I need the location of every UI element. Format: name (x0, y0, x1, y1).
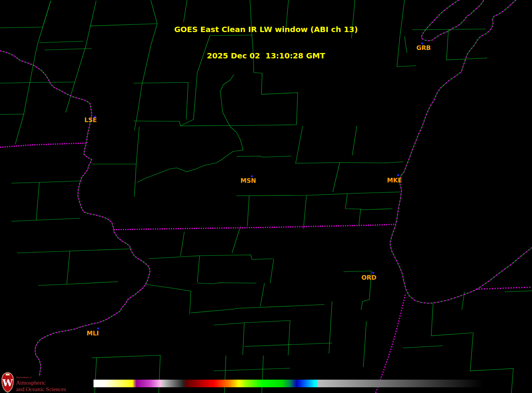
county-boundary-line (134, 82, 188, 119)
station-label-LSE: LSE (84, 116, 97, 124)
station-label-MLI: MLI (87, 330, 99, 337)
county-boundary-line (137, 74, 243, 182)
county-boundary-line (95, 358, 97, 393)
satellite-image-display: GRBLSEMSNMKEORDMLI GOES East Clean IR LW… (0, 0, 532, 393)
mississippi-river-border (0, 51, 150, 376)
county-boundary-line (345, 193, 361, 226)
county-boundary-line (181, 119, 193, 126)
county-boundary-line (244, 343, 332, 346)
county-boundary-line (149, 255, 274, 259)
mississippi-river-border-underlay (0, 51, 150, 376)
station-marker-ORD (372, 272, 374, 274)
mn-ia-border (0, 143, 86, 147)
wi-il-border (114, 224, 394, 230)
county-boundary-line (363, 321, 366, 367)
uw-crest-icon: W (1, 372, 14, 393)
county-boundary-line (288, 321, 290, 355)
county-boundary-line (303, 195, 306, 229)
county-boundary-line (38, 282, 118, 285)
uw-aos-logo: W Department of Atmospheric and Oceanic … (1, 372, 66, 393)
ir-temperature-colorbar (94, 380, 483, 387)
station-label-MSN: MSN (240, 177, 256, 184)
county-boundary-line (198, 283, 256, 284)
station-ORD: ORD (361, 272, 376, 282)
image-title-line2: 2025 Dec 02 13:10:28 GMT (0, 52, 532, 60)
station-MLI: MLI (87, 328, 99, 337)
county-boundary-line (295, 162, 403, 163)
county-boundary-line (333, 163, 340, 192)
county-boundary-line (36, 182, 39, 220)
county-boundary-line (92, 355, 160, 393)
county-boundary-line (403, 346, 443, 348)
county-boundary-line (0, 82, 75, 83)
county-boundary-line (11, 181, 82, 183)
county-boundary-line (237, 192, 400, 196)
county-boundary-line (224, 356, 226, 393)
county-boundary-line (11, 218, 80, 221)
county-boundary-line (134, 127, 139, 196)
station-MSN: MSN (240, 176, 256, 185)
county-boundary-line (134, 121, 181, 126)
station-label-ORD: ORD (361, 274, 376, 281)
county-boundary-line (262, 356, 263, 393)
county-boundary-line (329, 301, 332, 353)
county-boundary-line (197, 256, 200, 282)
county-boundary-line (431, 303, 473, 336)
in-mi-border (476, 287, 532, 289)
logo-line2: and Oceanic Sciences (16, 387, 66, 392)
image-title: GOES East Clean IR LW window (ABI ch 13)… (0, 8, 532, 78)
image-title-line1: GOES East Clean IR LW window (ABI ch 13) (0, 25, 532, 34)
county-boundary-line (67, 251, 70, 284)
county-boundary-line (191, 304, 324, 313)
county-boundary-line (361, 209, 392, 210)
county-boundary-line (232, 226, 240, 253)
county-boundary-line (145, 284, 191, 314)
station-MKE: MKE (387, 174, 402, 184)
county-boundary-line (237, 156, 291, 157)
county-boundary-line (352, 126, 357, 155)
station-marker-MLI (97, 328, 99, 330)
logo-dept-label: Department of (16, 376, 66, 379)
logo-line1: Atmospheric (16, 380, 66, 386)
county-boundary-line (260, 283, 264, 306)
county-boundary-line (505, 291, 532, 292)
county-boundary-line (270, 259, 274, 283)
county-boundary-line (296, 126, 303, 163)
county-boundary-line (247, 196, 249, 226)
county-boundary-line (17, 249, 132, 253)
county-boundary-line (243, 323, 244, 355)
svg-text:W: W (2, 377, 13, 388)
station-label-MKE: MKE (387, 177, 402, 184)
station-marker-MKE (397, 174, 399, 176)
il-in-border (376, 295, 405, 393)
station-LSE: LSE (84, 116, 97, 124)
county-boundary-line (214, 321, 290, 325)
county-boundary-line (181, 125, 297, 126)
county-boundary-line (0, 114, 24, 114)
county-boundary-line (181, 232, 184, 256)
